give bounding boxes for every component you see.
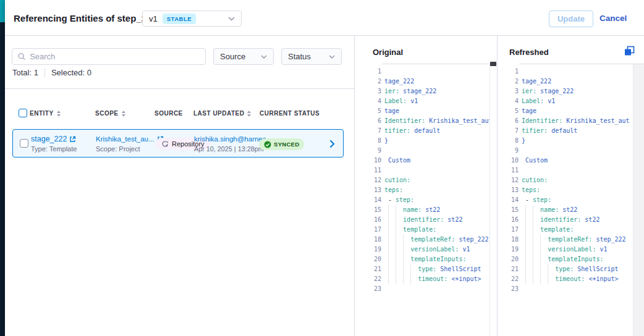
chevron-down-icon bbox=[261, 55, 267, 59]
yaml-value: st22 bbox=[444, 216, 462, 223]
indent-guide bbox=[388, 274, 389, 284]
list-counts: Total: 1 Selected: 0 bbox=[12, 68, 91, 77]
line-number: 15 bbox=[497, 205, 519, 215]
diff-sash[interactable] bbox=[490, 62, 496, 66]
chevron-right-icon[interactable] bbox=[329, 140, 335, 148]
entity-link[interactable]: stage_222 bbox=[31, 134, 67, 144]
scope-link[interactable]: Krishika_test_au... bbox=[96, 134, 155, 144]
modal-header: Referencing Entities of step_222 v1 STAB… bbox=[5, 0, 644, 36]
cancel-button[interactable]: Cancel bbox=[600, 14, 627, 23]
yaml-key: Identifier: bbox=[384, 117, 425, 124]
repository-icon bbox=[161, 140, 169, 148]
code-line bbox=[384, 146, 489, 156]
indent-guide bbox=[388, 235, 389, 245]
indent-guide bbox=[533, 264, 533, 274]
select-all-checkbox[interactable] bbox=[19, 109, 27, 117]
code-line: versionLabel: v1 bbox=[384, 245, 489, 254]
indent-guide bbox=[533, 205, 533, 215]
line-number: 10 bbox=[497, 156, 519, 166]
column-header-current-status: CURRENT STATUS bbox=[260, 110, 320, 117]
sort-icon[interactable] bbox=[122, 111, 125, 117]
yaml-key: Identifier: bbox=[522, 117, 562, 124]
line-number: 16 bbox=[355, 215, 381, 225]
indent-guide bbox=[396, 235, 396, 245]
column-header-scope[interactable]: SCOPE bbox=[95, 110, 125, 117]
code-line: Label: v1 bbox=[384, 96, 489, 106]
indent-guide bbox=[388, 225, 389, 235]
indent-guide bbox=[403, 254, 404, 264]
line-number: 6 bbox=[355, 116, 381, 126]
code-line bbox=[522, 284, 633, 294]
line-number: 18 bbox=[497, 235, 519, 245]
yaml-value: tage bbox=[384, 107, 399, 114]
code-line: cution: bbox=[522, 175, 633, 185]
code-line: timeout: <+input> bbox=[384, 274, 489, 284]
line-number: 2 bbox=[497, 77, 519, 86]
yaml-key: name: bbox=[384, 206, 422, 213]
yaml-value: Krishika_test_aut bbox=[562, 117, 629, 124]
code-line: tage_222 bbox=[522, 77, 633, 86]
table-row[interactable]: stage_222 Type: Template Krishika_test_a… bbox=[12, 129, 344, 158]
yaml-key: templateInputs: bbox=[384, 256, 466, 262]
background-left-nav-header bbox=[0, 0, 5, 22]
original-line-numbers: 1234567891011121314151617181920212223 bbox=[355, 67, 381, 294]
copy-icon[interactable] bbox=[623, 46, 635, 58]
line-number: 6 bbox=[497, 116, 519, 126]
yaml-text: - bbox=[384, 196, 396, 203]
yaml-value: Krishika_test_aut bbox=[425, 117, 489, 124]
code-line: ier: stage_222 bbox=[522, 86, 633, 96]
indent-guide bbox=[540, 264, 541, 274]
source-filter-dropdown[interactable]: Source bbox=[213, 48, 274, 65]
yaml-value: stage_222 bbox=[536, 88, 574, 94]
yaml-value: tage_222 bbox=[384, 78, 414, 85]
sort-icon[interactable] bbox=[247, 111, 251, 117]
yaml-key: step: bbox=[396, 196, 414, 203]
yaml-value: <+input> bbox=[447, 275, 481, 282]
indent-guide bbox=[396, 254, 396, 264]
column-header-last-updated[interactable]: LAST UPDATED bbox=[193, 110, 251, 117]
yaml-value: ShellScript bbox=[574, 266, 618, 272]
search-box[interactable] bbox=[12, 48, 206, 65]
code-line: type: ShellScript bbox=[522, 264, 633, 274]
search-input[interactable] bbox=[30, 52, 200, 61]
line-number: 20 bbox=[497, 254, 519, 264]
check-circle-icon bbox=[264, 141, 271, 148]
line-number: 7 bbox=[355, 126, 381, 136]
yaml-key: tifier: bbox=[384, 127, 410, 134]
column-header-entity[interactable]: ENTITY bbox=[30, 110, 61, 117]
line-number: 15 bbox=[355, 205, 381, 215]
indent-guide bbox=[533, 215, 533, 225]
yaml-value: st22 bbox=[422, 206, 440, 213]
yaml-value: default bbox=[548, 127, 577, 134]
line-number: 23 bbox=[355, 284, 381, 294]
version-select[interactable]: v1 STABLE bbox=[142, 10, 242, 27]
yaml-value: tage bbox=[522, 107, 536, 114]
line-number: 1 bbox=[355, 67, 381, 77]
refreshed-code[interactable]: tage_222ier: stage_222Label: v1tageIdent… bbox=[522, 67, 633, 294]
total-count: Total: 1 bbox=[12, 68, 38, 77]
line-number: 18 bbox=[355, 235, 381, 245]
indent-guide bbox=[525, 225, 526, 235]
external-link-icon[interactable] bbox=[69, 136, 76, 143]
yaml-value: ShellScript bbox=[436, 266, 481, 272]
yaml-key: step: bbox=[533, 196, 551, 203]
row-checkbox[interactable] bbox=[20, 139, 28, 148]
yaml-key: tifier: bbox=[522, 127, 548, 134]
code-line: name: st22 bbox=[522, 205, 633, 215]
status-filter-dropdown[interactable]: Status bbox=[281, 48, 342, 65]
indent-guide bbox=[525, 215, 526, 225]
yaml-value: v1 bbox=[407, 98, 418, 104]
indent-guide bbox=[533, 254, 533, 264]
yaml-value: st22 bbox=[581, 216, 600, 223]
sort-icon[interactable] bbox=[57, 111, 61, 117]
line-number: 20 bbox=[355, 254, 381, 264]
original-code[interactable]: tage_222ier: stage_222Label: v1tageIdent… bbox=[384, 67, 489, 294]
update-button[interactable]: Update bbox=[549, 10, 593, 27]
selected-count: Selected: 0 bbox=[51, 68, 91, 77]
scrollbar[interactable] bbox=[633, 64, 644, 336]
indent-guide bbox=[540, 254, 541, 264]
indent-guide bbox=[525, 254, 526, 264]
code-line bbox=[384, 67, 489, 77]
indent-guide bbox=[396, 205, 396, 215]
yaml-value: v1 bbox=[459, 246, 470, 253]
